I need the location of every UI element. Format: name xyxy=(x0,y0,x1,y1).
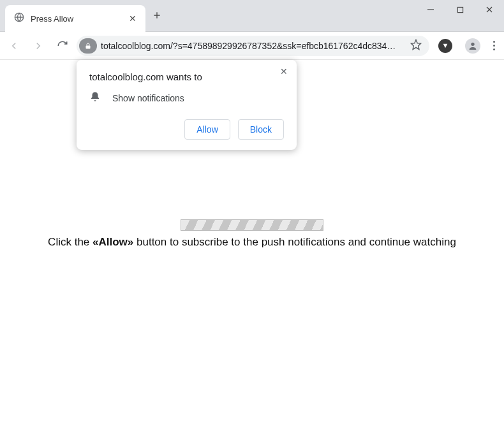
globe-icon xyxy=(14,12,24,25)
extension-shield-icon[interactable] xyxy=(438,39,452,53)
lock-icon[interactable] xyxy=(79,38,97,54)
url-text: totalcoolblog.com/?s=475898929926787352&… xyxy=(101,41,405,51)
msg-pre: Click the xyxy=(48,236,93,248)
back-button[interactable] xyxy=(4,36,24,56)
window-close-button[interactable] xyxy=(475,0,504,19)
tab-title: Press Allow xyxy=(31,14,124,24)
browser-tab[interactable]: Press Allow ✕ xyxy=(5,5,145,32)
maximize-button[interactable] xyxy=(445,0,475,19)
instruction-text: Click the «Allow» button to subscribe to… xyxy=(0,236,504,249)
window-titlebar: Press Allow ✕ xyxy=(0,0,504,32)
msg-bold: «Allow» xyxy=(93,236,133,248)
svg-rect-1 xyxy=(457,7,463,12)
svg-marker-3 xyxy=(411,40,421,49)
reload-button[interactable] xyxy=(52,36,73,56)
page-content: Click the «Allow» button to subscribe to… xyxy=(0,219,504,431)
tab-close-icon[interactable]: ✕ xyxy=(129,13,137,24)
new-tab-button[interactable] xyxy=(152,10,162,23)
forward-button[interactable] xyxy=(28,36,48,56)
allow-button[interactable]: Allow xyxy=(184,119,230,140)
minimize-button[interactable] xyxy=(416,0,445,19)
svg-marker-4 xyxy=(443,43,448,48)
dialog-title: totalcoolblog.com wants to xyxy=(89,71,284,82)
loading-bar xyxy=(181,219,323,231)
browser-toolbar: totalcoolblog.com/?s=475898929926787352&… xyxy=(0,32,504,60)
block-button[interactable]: Block xyxy=(238,119,284,140)
svg-point-5 xyxy=(471,42,474,45)
permission-label: Show notifications xyxy=(112,93,184,103)
permission-row: Show notifications xyxy=(89,91,284,105)
address-bar[interactable]: totalcoolblog.com/?s=475898929926787352&… xyxy=(77,36,429,56)
window-controls xyxy=(416,0,504,19)
dialog-close-icon[interactable]: ✕ xyxy=(280,66,288,77)
bookmark-star-icon[interactable] xyxy=(410,39,422,53)
svg-rect-2 xyxy=(86,45,91,48)
menu-button[interactable] xyxy=(488,41,500,50)
msg-post: button to subscribe to the push notifica… xyxy=(133,236,456,248)
profile-avatar[interactable] xyxy=(465,38,480,54)
notification-permission-dialog: ✕ totalcoolblog.com wants to Show notifi… xyxy=(77,60,297,150)
bell-icon xyxy=(89,91,101,105)
